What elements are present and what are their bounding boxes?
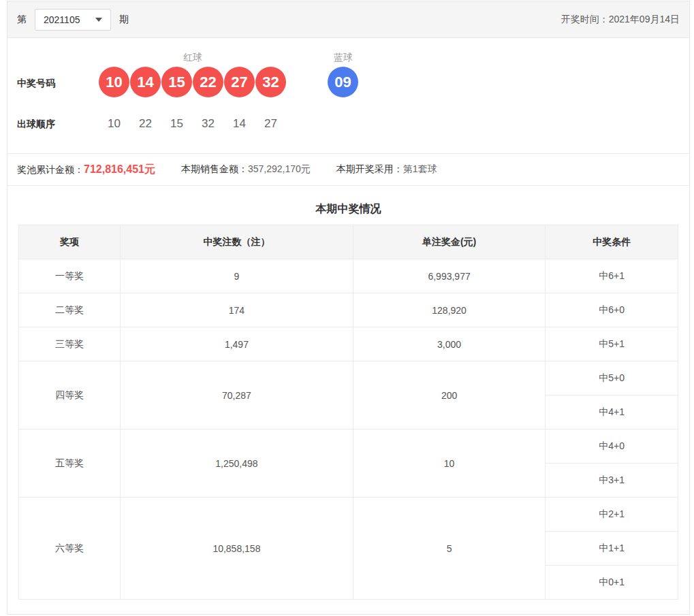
ball-set-label: 本期开奖采用： [336, 163, 403, 174]
prize-amount: 3,000 [353, 327, 546, 361]
draw-order-number-6: 27 [255, 117, 286, 131]
sales-amount-value: 357,292,170元 [248, 163, 311, 174]
table-row: 二等奖 174 128,920 中6+0 [19, 293, 678, 327]
prize-condition: 中6+0 [546, 293, 678, 327]
red-balls-group-label: 红球 [172, 52, 213, 64]
table-header-row: 奖项 中奖注数（注） 单注奖金(元) 中奖条件 [19, 225, 678, 259]
prize-name: 三等奖 [19, 327, 121, 361]
prize-condition: 中3+1 [546, 464, 678, 498]
red-ball-3: 15 [161, 67, 192, 97]
table-row: 一等奖 9 6,993,977 中6+1 [19, 259, 678, 293]
prize-condition: 中0+1 [546, 566, 678, 600]
jackpot-pool-value: 712,816,451元 [84, 163, 155, 175]
prize-condition: 中6+1 [546, 259, 678, 293]
draw-order-number-5: 14 [224, 117, 255, 131]
red-ball-5: 27 [224, 67, 255, 97]
draw-time-text: 开奖时间：2021年09月14日 [561, 14, 680, 26]
issue-prefix-label: 第 [17, 14, 27, 26]
table-row: 六等奖 10,858,158 5 中2+1 [19, 498, 678, 532]
issue-select[interactable]: 2021105 [35, 9, 111, 31]
prize-amount: 6,993,977 [353, 259, 546, 293]
prize-table-title: 本期中奖情况 [18, 202, 678, 216]
prize-condition: 中4+0 [546, 429, 678, 464]
sales-amount-label: 本期销售金额： [181, 163, 248, 174]
prize-condition: 中5+0 [546, 361, 678, 395]
prize-count: 1,497 [121, 327, 353, 361]
red-ball-2: 14 [130, 67, 161, 97]
prize-name: 四等奖 [19, 361, 121, 429]
winning-numbers-section: 红球 蓝球 中奖号码 10 14 15 22 27 32 09 出球顺序 10 … [7, 38, 689, 154]
winning-numbers-label: 中奖号码 [17, 78, 55, 90]
ball-set-value: 第1套球 [403, 163, 437, 174]
sales-amount: 本期销售金额：357,292,170元 [181, 163, 311, 176]
table-row: 三等奖 1,497 3,000 中5+1 [19, 327, 678, 361]
ball-set: 本期开奖采用：第1套球 [336, 163, 437, 176]
prize-table: 奖项 中奖注数（注） 单注奖金(元) 中奖条件 一等奖 9 6,993,977 … [18, 225, 678, 600]
column-header-prize: 奖项 [19, 225, 121, 259]
column-header-amount: 单注奖金(元) [353, 225, 546, 259]
prize-condition: 中2+1 [546, 498, 678, 532]
blue-ball-group-label: 蓝球 [323, 52, 364, 64]
red-ball-6: 32 [255, 67, 286, 97]
chevron-down-icon [95, 18, 102, 22]
prize-count: 174 [121, 293, 353, 327]
draw-order-label: 出球顺序 [17, 118, 55, 131]
topbar: 第 2021105 期 开奖时间：2021年09月14日 [7, 1, 689, 38]
prize-name: 六等奖 [19, 498, 121, 600]
red-ball-1: 10 [99, 67, 129, 97]
jackpot-pool: 奖池累计金额：712,816,451元 [17, 163, 155, 177]
prize-count: 70,287 [121, 361, 353, 429]
prize-count: 9 [121, 259, 353, 293]
issue-select-value: 2021105 [44, 14, 80, 25]
prize-condition: 中4+1 [546, 395, 678, 429]
prize-amount: 200 [353, 361, 546, 429]
draw-order-number-2: 22 [130, 117, 161, 131]
prize-name: 二等奖 [19, 293, 121, 327]
draw-order-number-3: 15 [161, 117, 192, 131]
lottery-result-card: 第 2021105 期 开奖时间：2021年09月14日 红球 蓝球 中奖号码 … [7, 1, 690, 615]
prize-name: 一等奖 [19, 259, 121, 293]
prize-condition: 中1+1 [546, 532, 678, 566]
table-row: 四等奖 70,287 200 中5+0 [19, 361, 678, 395]
column-header-count: 中奖注数（注） [121, 225, 353, 259]
draw-order-number-4: 32 [193, 117, 223, 131]
prize-amount: 5 [353, 498, 546, 600]
prize-condition: 中5+1 [546, 327, 678, 361]
summary-bar: 奖池累计金额：712,816,451元 本期销售金额：357,292,170元 … [7, 154, 689, 186]
prize-count: 1,250,498 [121, 429, 353, 498]
jackpot-pool-label: 奖池累计金额： [17, 164, 84, 175]
prize-count: 10,858,158 [121, 498, 353, 600]
draw-order-number-1: 10 [99, 117, 129, 131]
table-row: 五等奖 1,250,498 10 中4+0 [19, 429, 678, 464]
prize-name: 五等奖 [19, 429, 121, 498]
prize-amount: 10 [353, 429, 546, 498]
issue-suffix-label: 期 [119, 14, 129, 26]
red-ball-4: 22 [193, 67, 223, 97]
column-header-condition: 中奖条件 [546, 225, 678, 259]
prize-amount: 128,920 [353, 293, 546, 327]
prize-table-section: 本期中奖情况 奖项 中奖注数（注） 单注奖金(元) 中奖条件 一等奖 9 6,9… [7, 186, 689, 600]
blue-ball: 09 [328, 67, 358, 97]
